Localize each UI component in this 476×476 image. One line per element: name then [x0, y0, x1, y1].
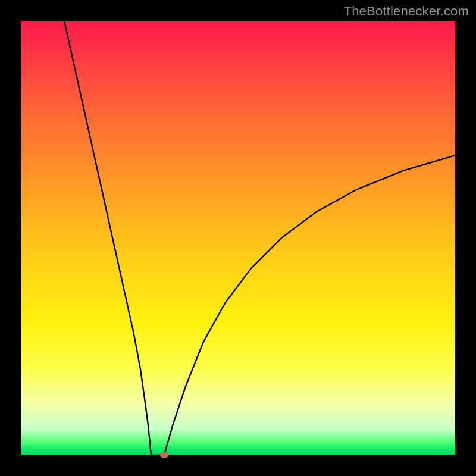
plot-area — [21, 21, 455, 455]
chart-frame: TheBottlenecker.com — [0, 0, 476, 476]
bottleneck-curve — [64, 21, 455, 455]
curve-svg — [21, 21, 455, 455]
watermark-text: TheBottlenecker.com — [344, 4, 469, 19]
min-marker-dot — [160, 452, 168, 458]
